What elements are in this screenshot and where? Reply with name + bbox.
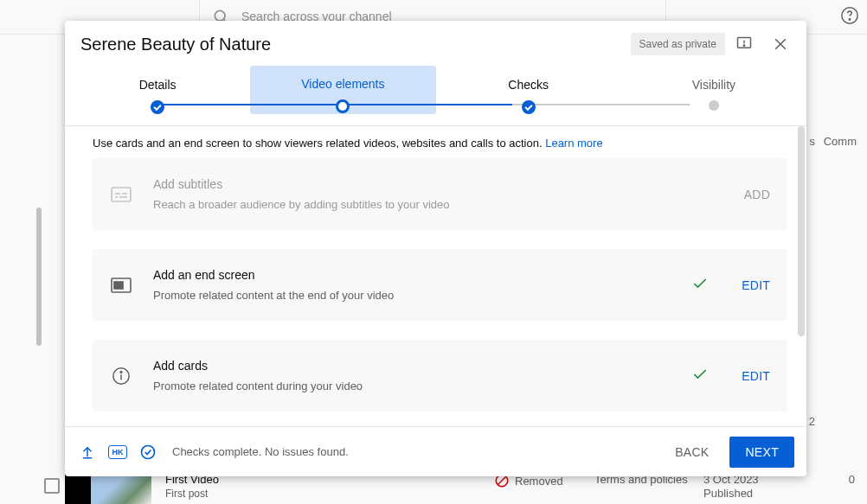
step-video-elements[interactable]: Video elements — [250, 66, 435, 114]
modal-body: Use cards and an end screen to show view… — [65, 126, 806, 426]
step-dot-details — [151, 100, 164, 114]
hd-badge-icon[interactable]: HK — [108, 445, 127, 459]
modal-title: Serene Beauty of Nature — [80, 35, 622, 54]
step-line-1 — [157, 104, 335, 105]
step-label-video-elements: Video elements — [301, 77, 384, 91]
edit-end-screen-button[interactable]: EDIT — [742, 278, 770, 292]
end-screen-check-icon — [691, 275, 709, 296]
step-checks[interactable]: Checks — [436, 71, 621, 125]
add-subtitles-button: ADD — [744, 188, 770, 201]
body-scrollbar[interactable] — [798, 126, 805, 336]
svg-point-19 — [120, 371, 122, 373]
stepper: Details Video elements Checks Visibility — [65, 71, 806, 126]
edit-cards-button[interactable]: EDIT — [742, 369, 770, 383]
footer-status-text: Checks complete. No issues found. — [172, 445, 349, 458]
close-icon[interactable] — [770, 34, 791, 54]
learn-more-link[interactable]: Learn more — [545, 137, 602, 150]
svg-point-7 — [743, 45, 744, 46]
end-screen-icon — [110, 274, 132, 297]
svg-rect-16 — [114, 282, 123, 289]
svg-rect-10 — [112, 188, 131, 201]
step-details[interactable]: Details — [65, 71, 250, 125]
checks-complete-icon[interactable] — [138, 442, 158, 463]
modal-header: Serene Beauty of Nature Saved as private — [65, 21, 806, 67]
card-cards-title: Add cards — [153, 359, 671, 373]
intro-text: Use cards and an end screen to show view… — [93, 126, 806, 158]
modal-footer: HK Checks complete. No issues found. BAC… — [65, 426, 806, 476]
card-end-screen-title: Add an end screen — [153, 268, 671, 282]
step-dot-checks — [522, 100, 536, 114]
step-label-details: Details — [139, 78, 177, 92]
feedback-icon[interactable] — [734, 34, 755, 54]
svg-point-22 — [142, 445, 155, 458]
info-card-icon — [110, 365, 132, 387]
step-label-checks: Checks — [508, 78, 549, 92]
card-subtitles-desc: Reach a broader audience by adding subti… — [153, 198, 723, 211]
card-cards-desc: Promote related content during your vide… — [153, 380, 671, 392]
back-button[interactable]: BACK — [665, 438, 719, 466]
saved-status-badge: Saved as private — [631, 33, 725, 55]
card-cards: Add cards Promote related content during… — [93, 340, 787, 411]
card-end-screen-desc: Promote related content at the end of yo… — [153, 289, 671, 302]
card-subtitles: Add subtitles Reach a broader audience b… — [93, 158, 787, 230]
step-line-2 — [335, 104, 512, 105]
upload-status-icon[interactable] — [77, 442, 98, 463]
next-button[interactable]: NEXT — [729, 437, 794, 468]
step-line-3 — [512, 104, 690, 105]
step-visibility[interactable]: Visibility — [621, 71, 806, 125]
card-subtitles-title: Add subtitles — [153, 177, 723, 191]
cards-check-icon — [691, 366, 709, 386]
step-dot-video-elements — [336, 99, 350, 113]
step-dot-visibility — [709, 100, 719, 111]
subtitles-icon — [110, 183, 132, 206]
card-end-screen: Add an end screen Promote related conten… — [93, 249, 787, 321]
upload-modal: Serene Beauty of Nature Saved as private… — [65, 21, 806, 476]
step-label-visibility: Visibility — [692, 78, 735, 92]
